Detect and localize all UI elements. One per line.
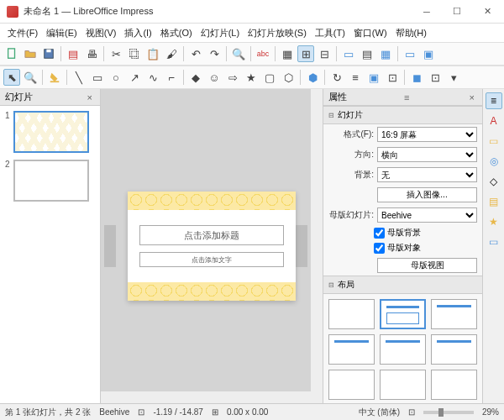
tab-gallery-icon[interactable]: ▭ — [486, 133, 502, 150]
arrange-icon[interactable]: ▣ — [365, 69, 382, 86]
status-zoom[interactable]: 29% — [482, 407, 499, 417]
rotate-icon[interactable]: ↻ — [328, 69, 345, 86]
layout-4col[interactable] — [431, 370, 477, 400]
vertical-scrollbar[interactable] — [311, 89, 323, 403]
close-button[interactable]: ✕ — [477, 3, 497, 20]
spellcheck-icon[interactable]: abc — [255, 45, 271, 62]
collapse-icon[interactable]: ⊟ — [328, 112, 334, 119]
filter-icon[interactable]: ▾ — [445, 69, 462, 86]
insert-image-button[interactable]: 插入图像... — [377, 187, 477, 202]
menu-file[interactable]: 文件(F) — [3, 25, 42, 41]
tab-animation-icon[interactable]: ★ — [486, 213, 502, 230]
close-properties-icon[interactable]: × — [467, 92, 477, 102]
distribute-icon[interactable]: ⊡ — [384, 69, 401, 86]
save-icon[interactable] — [40, 45, 57, 62]
slide-thumbnail[interactable] — [13, 111, 89, 153]
text-placeholder[interactable]: 点击添加文字 — [139, 252, 284, 267]
collapse-icon[interactable]: ⊟ — [328, 281, 334, 289]
open-icon[interactable] — [22, 45, 39, 62]
maximize-button[interactable]: ☐ — [447, 3, 467, 20]
format-select[interactable]: 16:9 屏幕 — [377, 127, 477, 142]
redo-icon[interactable]: ↷ — [206, 45, 223, 62]
arrow-shapes-icon[interactable]: ⇨ — [224, 69, 241, 86]
menu-help[interactable]: 帮助(H) — [391, 25, 431, 41]
layout-title-2content[interactable] — [431, 299, 477, 329]
shadow-icon[interactable]: ◼ — [408, 69, 425, 86]
3d-shapes-icon[interactable]: ⬢ — [304, 69, 321, 86]
layout-blank[interactable] — [328, 299, 375, 329]
status-lang[interactable]: 中文 (简体) — [359, 407, 400, 418]
tab-shapes-icon[interactable]: ◇ — [486, 173, 502, 190]
menu-window[interactable]: 窗口(W) — [349, 25, 391, 41]
close-slide-panel-icon[interactable]: × — [85, 92, 95, 102]
rect-icon[interactable]: ▭ — [89, 69, 106, 86]
align-icon[interactable]: ≡ — [347, 69, 364, 86]
status-save-icon[interactable]: ⊡ — [138, 407, 144, 417]
ellipse-icon[interactable]: ○ — [108, 69, 124, 86]
slide-canvas[interactable]: 点击添加标题 点击添加文字 — [128, 192, 296, 301]
find-icon[interactable]: 🔍 — [230, 45, 247, 62]
next-slide-handle[interactable] — [296, 225, 307, 267]
flowchart-icon[interactable]: ⬡ — [280, 69, 297, 86]
callout-shapes-icon[interactable]: ▢ — [261, 69, 278, 86]
clone-format-icon[interactable]: 🖌 — [163, 45, 180, 62]
layout-centered[interactable] — [380, 334, 426, 365]
paste-icon[interactable]: 📋 — [144, 45, 161, 62]
connector-icon[interactable]: ⌐ — [163, 69, 180, 86]
zoom-pan-icon[interactable]: 🔍 — [22, 69, 39, 86]
prev-slide-handle[interactable] — [104, 225, 116, 267]
layout-title-only[interactable] — [328, 334, 375, 365]
print-icon[interactable]: 🖶 — [83, 45, 100, 62]
background-select[interactable]: 无 — [377, 167, 477, 182]
symbol-shapes-icon[interactable]: ☺ — [206, 69, 223, 86]
tab-properties-icon[interactable]: ≡ — [486, 92, 502, 109]
snap-grid-icon[interactable]: ⊞ — [297, 45, 314, 62]
view-normal-icon[interactable]: ▭ — [340, 45, 357, 62]
tab-master-icon[interactable]: ▭ — [486, 234, 502, 250]
orientation-select[interactable]: 横向 — [377, 147, 477, 162]
fit-page-icon[interactable]: ⊡ — [408, 407, 415, 417]
menu-slide[interactable]: 幻灯片(L) — [197, 25, 244, 41]
crop-icon[interactable]: ⊡ — [427, 69, 444, 86]
master-select[interactable]: Beehive — [377, 207, 477, 223]
line-icon[interactable]: ╲ — [71, 69, 87, 86]
guides-icon[interactable]: ⊟ — [316, 45, 333, 62]
layout-title-content[interactable] — [380, 299, 426, 329]
select-icon[interactable]: ⬉ — [3, 69, 20, 86]
menu-edit[interactable]: 编辑(E) — [42, 25, 81, 41]
menu-insert[interactable]: 插入(I) — [120, 25, 155, 41]
fill-color-icon[interactable] — [46, 69, 63, 86]
layout-2col[interactable] — [431, 334, 477, 365]
view-outline-icon[interactable]: ▤ — [359, 45, 375, 62]
star-shapes-icon[interactable]: ★ — [243, 69, 260, 86]
tab-transitions-icon[interactable]: ▤ — [486, 193, 502, 210]
curves-icon[interactable]: ∿ — [144, 69, 161, 86]
minimize-button[interactable]: ─ — [417, 3, 437, 20]
new-doc-icon[interactable] — [3, 45, 20, 62]
start-first-icon[interactable]: ▭ — [402, 45, 418, 62]
menu-format[interactable]: 格式(O) — [156, 25, 197, 41]
cut-icon[interactable]: ✂ — [108, 45, 124, 62]
menu-view[interactable]: 视图(V) — [81, 25, 121, 41]
horizontal-scrollbar[interactable] — [101, 391, 311, 403]
grid-icon[interactable]: ▦ — [279, 45, 296, 62]
layout-2col-b[interactable] — [328, 370, 375, 400]
canvas-area[interactable]: 点击添加标题 点击添加文字 — [101, 89, 323, 403]
menu-slideshow[interactable]: 幻灯片放映(S) — [244, 25, 311, 41]
slide-thumbnail[interactable] — [13, 160, 89, 202]
master-view-button[interactable]: 母版视图 — [377, 258, 477, 273]
start-current-icon[interactable]: ▣ — [420, 45, 437, 62]
panel-menu-icon[interactable]: ≡ — [402, 92, 412, 102]
master-bg-checkbox[interactable] — [374, 228, 385, 239]
tab-styles-icon[interactable]: A — [486, 113, 502, 129]
layout-3col[interactable] — [380, 370, 426, 400]
master-obj-checkbox[interactable] — [374, 243, 385, 254]
view-sorter-icon[interactable]: ▦ — [377, 45, 394, 62]
zoom-slider[interactable] — [423, 411, 474, 414]
export-pdf-icon[interactable]: ▤ — [65, 45, 81, 62]
basic-shapes-icon[interactable]: ◆ — [187, 69, 204, 86]
copy-icon[interactable]: ⿻ — [126, 45, 143, 62]
menu-tools[interactable]: 工具(T) — [311, 25, 349, 41]
lines-arrows-icon[interactable]: ↗ — [126, 69, 143, 86]
undo-icon[interactable]: ↶ — [187, 45, 204, 62]
